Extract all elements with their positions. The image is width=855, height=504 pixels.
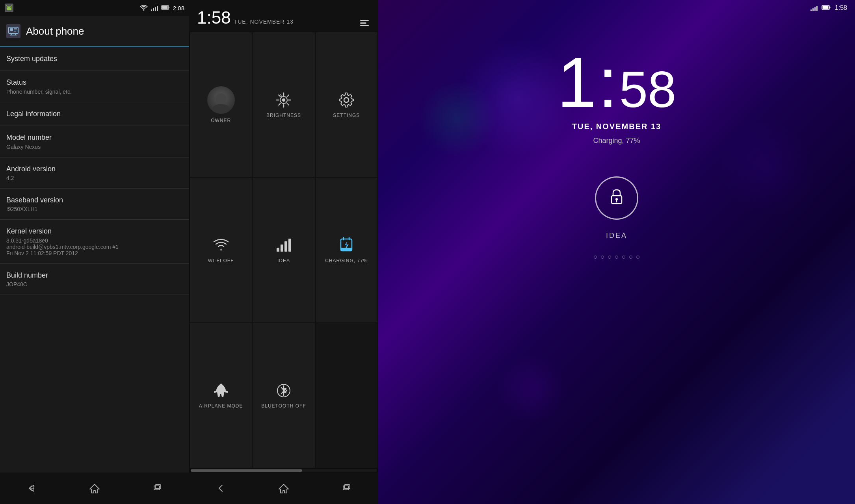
svg-rect-31	[288, 239, 291, 252]
svg-rect-29	[281, 245, 283, 252]
item-title: Model number	[6, 133, 183, 142]
owner-tile[interactable]: OWNER	[190, 32, 252, 177]
scroll-bar	[191, 469, 377, 472]
back-button[interactable]	[20, 476, 43, 500]
about-header: About phone	[0, 16, 189, 47]
recent-apps-button[interactable]	[146, 476, 169, 500]
svg-line-26	[281, 94, 282, 96]
idea-tile-label: IDEA	[277, 258, 290, 263]
charging-tile[interactable]: CHARGING, 77%	[316, 178, 377, 322]
svg-rect-28	[277, 248, 279, 252]
page-dot-4	[615, 256, 618, 259]
settings-tile[interactable]: SETTINGS	[316, 32, 377, 177]
overflow-menu-button[interactable]	[359, 19, 370, 28]
item-subtitle: 4.2	[6, 175, 183, 181]
svg-rect-5	[169, 7, 169, 8]
battery-icon	[161, 5, 170, 11]
home-button[interactable]	[83, 476, 106, 500]
unlock-button[interactable]	[595, 176, 638, 220]
home-button[interactable]	[272, 476, 296, 500]
signal-bars-icon	[275, 237, 292, 254]
nav-bar-about	[0, 472, 189, 504]
wifi-tile-label: WI-FI OFF	[208, 258, 234, 263]
quick-tiles-grid: OWNER BRIGHTNESS	[189, 32, 378, 469]
lock-date: TUE, NOVEMBER 13	[572, 122, 661, 131]
status-bar-about: 2:08	[0, 0, 189, 16]
idea-tile[interactable]: IDEA	[253, 178, 314, 322]
list-item[interactable]: Status Phone number, signal, etc.	[0, 71, 189, 102]
charging-tile-label: CHARGING, 77%	[325, 258, 368, 263]
item-subtitle: 3.0.31-gd5a18e0 android-build@vpbs1.mtv.…	[6, 237, 183, 256]
svg-line-25	[279, 103, 281, 105]
bluetooth-tile-label: BLUETOOTH OFF	[261, 403, 306, 409]
item-title: Kernel version	[6, 227, 183, 236]
svg-point-17	[282, 98, 285, 102]
recent-apps-button[interactable]	[335, 476, 359, 500]
page-dot-1	[594, 256, 597, 259]
svg-line-24	[287, 95, 289, 97]
airplane-tile[interactable]: AIRPLANE MODE	[190, 323, 252, 468]
lock-time: 1:58	[835, 4, 847, 11]
brightness-tile[interactable]: BRIGHTNESS	[253, 32, 314, 177]
item-title: Build number	[6, 271, 183, 280]
owner-tile-label: OWNER	[211, 118, 231, 123]
owner-avatar	[207, 86, 235, 114]
android-icon	[5, 4, 13, 12]
quick-date: TUE, NOVEMBER 13	[234, 19, 294, 25]
quick-time: 1:58	[197, 8, 231, 28]
wifi-tile[interactable]: WI-FI OFF	[190, 178, 252, 322]
item-title: Android version	[6, 165, 183, 174]
svg-point-27	[344, 98, 349, 102]
about-header-icon	[6, 24, 20, 38]
bluetooth-tile[interactable]: BLUETOOTH OFF	[253, 323, 314, 468]
settings-icon	[338, 91, 355, 109]
scroll-thumb	[191, 469, 302, 472]
page-dot-5	[622, 256, 625, 259]
list-item[interactable]: System updates	[0, 47, 189, 71]
item-title: Baseband version	[6, 196, 183, 205]
signal-bars-icon	[151, 5, 158, 11]
about-list: System updates Status Phone number, sign…	[0, 47, 189, 472]
svg-point-2	[10, 7, 11, 8]
quick-settings-header: 1:58 TUE, NOVEMBER 13	[189, 0, 378, 32]
status-time: 2:08	[173, 5, 184, 11]
svg-rect-39	[829, 7, 831, 8]
settings-tile-label: SETTINGS	[333, 113, 360, 118]
list-item[interactable]: Legal information	[0, 102, 189, 126]
airplane-icon	[212, 382, 230, 399]
brightness-icon	[275, 91, 292, 109]
svg-point-1	[7, 7, 8, 8]
nav-bar-quick	[189, 472, 378, 504]
list-item[interactable]: Android version 4.2	[0, 158, 189, 189]
airplane-tile-label: AIRPLANE MODE	[199, 403, 243, 409]
empty-tile	[316, 323, 377, 468]
lock-time-minutes: 58	[619, 64, 677, 115]
lock-status-right-icons: 1:58	[810, 4, 847, 11]
item-subtitle: Phone number, signal, etc.	[6, 89, 183, 95]
lock-icon	[608, 187, 626, 209]
list-item[interactable]: Kernel version 3.0.31-gd5a18e0 android-b…	[0, 220, 189, 263]
item-title: Legal information	[6, 109, 183, 119]
list-item[interactable]: Baseband version I9250XXLH1	[0, 189, 189, 220]
quick-time-area: 1:58 TUE, NOVEMBER 13	[197, 8, 294, 28]
lock-carrier-label: IDEA	[606, 232, 627, 240]
svg-rect-0	[7, 7, 11, 10]
svg-line-23	[287, 103, 289, 105]
battery-icon	[822, 5, 831, 11]
svg-rect-33	[341, 248, 352, 251]
list-item[interactable]: Model number Galaxy Nexus	[0, 126, 189, 157]
status-bar-right-icons: 2:08	[140, 5, 184, 11]
item-subtitle: JOP40C	[6, 281, 183, 287]
list-item[interactable]: Build number JOP40C	[0, 264, 189, 295]
bluetooth-icon	[275, 382, 292, 399]
lock-screen-panel: 1:58 1 : 58 TUE, NOVEMBER 13 Charging, 7…	[378, 0, 855, 504]
lock-page-indicators	[594, 256, 639, 259]
svg-rect-30	[284, 241, 287, 252]
back-button[interactable]	[209, 476, 232, 500]
signal-bars-icon	[810, 5, 818, 11]
svg-rect-4	[162, 6, 167, 9]
charging-icon	[338, 237, 355, 254]
page-dot-2	[601, 256, 604, 259]
about-phone-panel: 2:08 About phone System updates Status P…	[0, 0, 189, 504]
item-subtitle: Galaxy Nexus	[6, 144, 183, 150]
